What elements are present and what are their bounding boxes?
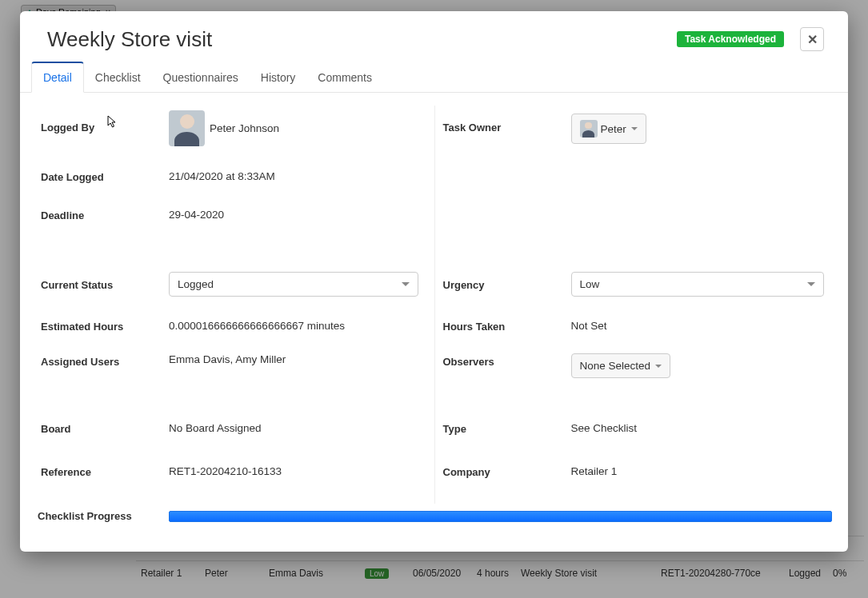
type-value: See Checklist xyxy=(571,422,833,434)
tab-label: Checklist xyxy=(95,71,141,84)
deadline-value: 29-04-2020 xyxy=(169,209,426,221)
deadline-label: Deadline xyxy=(41,207,169,221)
assigned-users-label: Assigned Users xyxy=(41,353,169,368)
header-right: Task Acknowledged ✕ xyxy=(677,27,824,51)
task-detail-modal: Weekly Store visit Task Acknowledged ✕ D… xyxy=(20,11,848,552)
select-value: None Selected xyxy=(580,360,651,372)
chevron-down-icon xyxy=(631,127,638,130)
progress-bar[interactable] xyxy=(169,511,832,522)
tab-checklist[interactable]: Checklist xyxy=(84,62,152,92)
hours-taken-label: Hours Taken xyxy=(443,318,571,333)
date-logged-label: Date Logged xyxy=(41,169,169,183)
row-checklist-progress: Checklist Progress xyxy=(38,504,832,536)
tab-questionnaires[interactable]: Questionnaires xyxy=(152,62,250,92)
task-owner-select[interactable]: Peter xyxy=(571,114,646,144)
observers-label: Observers xyxy=(443,353,571,368)
select-value: Low xyxy=(580,278,600,290)
row-estimated-hours: Estimated Hours 0.000016666666666666667 … xyxy=(41,304,426,347)
close-icon: ✕ xyxy=(807,32,818,47)
row-logged-by: Logged By Peter Johnson xyxy=(41,106,426,157)
observers-select[interactable]: None Selected xyxy=(571,353,671,378)
checklist-progress-label: Checklist Progress xyxy=(38,510,169,522)
reference-label: Reference xyxy=(41,464,169,478)
logged-by-value: Peter Johnson xyxy=(169,106,426,146)
row-date-logged: Date Logged 21/04/2020 at 8:33AM xyxy=(41,157,426,195)
urgency-select[interactable]: Low xyxy=(571,272,825,297)
avatar xyxy=(169,110,205,146)
row-deadline: Deadline 29-04-2020 xyxy=(41,195,426,233)
tab-label: Detail xyxy=(43,71,72,84)
board-label: Board xyxy=(41,421,169,435)
reference-value: RET1-20204210-16133 xyxy=(169,465,426,477)
board-value: No Board Assigned xyxy=(169,422,426,434)
estimated-hours-label: Estimated Hours xyxy=(41,318,169,333)
tab-label: Comments xyxy=(318,71,372,84)
task-owner-label: Task Owner xyxy=(443,106,571,134)
row-company: Company Retailer 1 xyxy=(443,449,833,492)
modal-header: Weekly Store visit Task Acknowledged ✕ xyxy=(20,11,848,62)
page-title: Weekly Store visit xyxy=(47,27,212,52)
tab-detail[interactable]: Detail xyxy=(31,62,84,93)
row-type: Type See Checklist xyxy=(443,406,833,449)
chevron-down-icon xyxy=(807,282,815,286)
logged-by-label: Logged By xyxy=(41,106,169,134)
task-owner-value-wrap: Peter xyxy=(571,106,833,144)
tabs-row: Detail Checklist Questionnaires History … xyxy=(20,62,848,93)
company-value: Retailer 1 xyxy=(571,465,833,477)
urgency-label: Urgency xyxy=(443,277,571,291)
detail-content: Logged By Peter Johnson Date Logged 21/0… xyxy=(20,93,848,552)
type-label: Type xyxy=(443,421,571,435)
row-urgency: Urgency Low xyxy=(443,264,833,304)
row-hours-taken: Hours Taken Not Set xyxy=(443,304,833,347)
row-assigned-users: Assigned Users Emma Davis, Amy Miller xyxy=(41,347,426,395)
right-column: Task Owner Peter Urgency Low xyxy=(435,106,833,504)
date-logged-value: 21/04/2020 at 8:33AM xyxy=(169,170,426,182)
chevron-down-icon xyxy=(402,282,410,286)
close-button[interactable]: ✕ xyxy=(800,27,824,51)
tab-label: History xyxy=(261,71,296,84)
current-status-select[interactable]: Logged xyxy=(169,272,418,297)
tab-label: Questionnaires xyxy=(163,71,238,84)
task-acknowledged-badge: Task Acknowledged xyxy=(677,31,784,47)
row-current-status: Current Status Logged xyxy=(41,264,426,304)
select-value: Logged xyxy=(178,278,214,290)
task-owner-name: Peter xyxy=(601,123,626,135)
company-label: Company xyxy=(443,464,571,478)
logged-by-name: Peter Johnson xyxy=(210,122,279,134)
current-status-label: Current Status xyxy=(41,277,169,291)
assigned-users-value: Emma Davis, Amy Miller xyxy=(169,353,426,365)
observers-value-wrap: None Selected xyxy=(571,353,833,378)
avatar xyxy=(580,120,598,138)
estimated-hours-value: 0.000016666666666666667 minutes xyxy=(169,320,426,332)
left-column: Logged By Peter Johnson Date Logged 21/0… xyxy=(38,106,435,504)
tab-comments[interactable]: Comments xyxy=(306,62,383,92)
row-reference: Reference RET1-20204210-16133 xyxy=(41,449,426,492)
chevron-down-icon xyxy=(655,365,662,368)
hours-taken-value: Not Set xyxy=(571,320,833,332)
urgency-value-wrap: Low xyxy=(571,272,833,297)
row-task-owner: Task Owner Peter xyxy=(443,106,833,157)
current-status-value-wrap: Logged xyxy=(169,272,426,297)
row-board: Board No Board Assigned xyxy=(41,406,426,449)
row-observers: Observers None Selected xyxy=(443,347,833,395)
tab-history[interactable]: History xyxy=(250,62,307,92)
